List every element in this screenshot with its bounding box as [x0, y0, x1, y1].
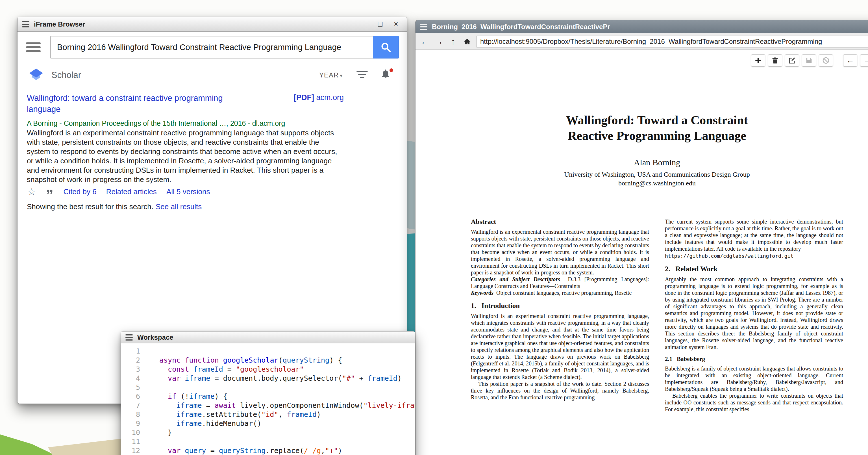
line-number-gutter: 123456789101112	[121, 347, 143, 455]
back-button[interactable]: ←	[418, 35, 431, 48]
chevron-down-icon: ▾	[340, 73, 343, 79]
workspace-titlebar[interactable]: Workspace	[121, 332, 415, 343]
code-line[interactable]	[159, 347, 415, 356]
delete-button[interactable]	[768, 54, 782, 67]
pdf-window-titlebar[interactable]: Borning_2016_WallingfordTowardConstraint…	[415, 20, 868, 33]
add-button[interactable]	[751, 54, 765, 67]
code-line[interactable]	[159, 437, 415, 446]
code-line[interactable]: }	[159, 428, 415, 437]
line-number: 2	[121, 356, 140, 365]
code-line[interactable]: iframe.setAttribute("id", frameId)	[159, 410, 415, 419]
pdf-source: acm.org	[316, 93, 344, 102]
result-title-link[interactable]: Wallingford: toward a constraint reactiv…	[27, 93, 284, 115]
search-button[interactable]	[373, 36, 399, 59]
repo-link[interactable]: https://github.com/cdglabs/wallingford.g…	[665, 253, 843, 260]
pdf-viewer-window: Borning_2016_WallingfordTowardConstraint…	[415, 20, 868, 455]
section-2-1-paragraph: Babelsberg is a family of object constra…	[665, 365, 843, 392]
paper-column-right: The current system supports some simple …	[665, 218, 843, 413]
section-1-heading: 1. Introduction	[471, 302, 649, 309]
paper-affiliation: University of Washington, USA and Commun…	[471, 171, 843, 178]
filter-icon[interactable]	[356, 71, 368, 81]
edit-button[interactable]	[785, 54, 799, 67]
browser-menu-icon[interactable]	[26, 42, 41, 52]
paper-author: Alan Borning	[471, 158, 843, 167]
code-line[interactable]: if (!iframe) {	[159, 392, 415, 401]
code-line[interactable]: var query = queryString.replace(/ /g,"+"…	[159, 446, 415, 455]
scholar-brand: Scholar	[52, 70, 81, 80]
cancel-icon	[822, 57, 830, 64]
forward-button[interactable]: →	[432, 35, 445, 48]
code-line[interactable]: async function googleScholar(queryString…	[159, 356, 415, 365]
keywords-text: Object constraint languages, reactive pr…	[493, 290, 631, 296]
quote-icon	[45, 188, 54, 196]
code-line[interactable]: iframe.hideMenubar()	[159, 419, 415, 428]
home-button[interactable]	[461, 35, 474, 48]
maximize-button[interactable]: □	[374, 19, 386, 29]
workspace-window: Workspace 123456789101112 async function…	[121, 331, 415, 455]
page-back-button[interactable]: ←	[843, 54, 857, 67]
related-articles-link[interactable]: Related articles	[106, 187, 157, 196]
paper-title: Wallingford: Toward a Constraint Reactiv…	[471, 113, 843, 144]
save-icon	[805, 57, 813, 64]
window-menu-icon[interactable]	[22, 21, 29, 27]
section-2-1-heading: 2.1 Babelsberg	[665, 356, 843, 362]
line-number: 10	[121, 428, 140, 437]
cited-by-link[interactable]: Cited by 6	[64, 187, 97, 196]
scholar-cap-icon	[29, 68, 43, 81]
line-number: 11	[121, 437, 140, 446]
see-all-results-link[interactable]: See all results	[156, 202, 202, 211]
code-line[interactable]	[159, 383, 415, 392]
window-menu-icon[interactable]	[125, 334, 133, 340]
scholar-logo-icon[interactable]	[29, 68, 43, 82]
year-filter-label: YEAR	[319, 71, 339, 79]
cite-quote-icon[interactable]	[45, 188, 54, 196]
paper-columns: Abstract Wallingford is an experimental …	[471, 218, 843, 413]
categories-label: Categories and Subject Descriptors	[471, 276, 560, 282]
window-title: Workspace	[137, 333, 174, 341]
keywords-line: Keywords Object constraint languages, re…	[471, 290, 649, 296]
section-2-paragraph: Arguably the most common approach to int…	[665, 276, 843, 351]
up-button[interactable]: ↑	[446, 35, 460, 48]
abstract-paragraph: Wallingford is an experimental constrain…	[471, 229, 649, 276]
section-2-heading: 2. Related Work	[665, 266, 843, 272]
pdf-source-link[interactable]: [PDF] acm.org	[294, 93, 344, 102]
save-button[interactable]	[802, 54, 816, 67]
search-result: Wallingford: toward a constraint reactiv…	[27, 93, 400, 115]
url-input[interactable]	[476, 36, 868, 48]
categories-line: Categories and Subject Descriptors D.3.3…	[471, 276, 649, 290]
window-menu-icon[interactable]	[420, 24, 427, 30]
line-number: 3	[121, 365, 140, 374]
pdf-content: ← → Wallingford: Toward a Constraint Rea…	[415, 50, 868, 455]
browser-navbar: ← → ↑	[415, 33, 868, 50]
line-number: 12	[121, 446, 140, 455]
pdf-toolbar: ← →	[751, 54, 868, 67]
save-star-icon[interactable]: ☆	[27, 187, 36, 196]
code-line[interactable]: var iframe = document.body.querySelector…	[159, 374, 415, 383]
code-area[interactable]: async function googleScholar(queryString…	[143, 347, 415, 455]
toolbar-divider	[836, 54, 840, 67]
section-2-1-paragraph: Babelsberg enables the programmer to wri…	[665, 392, 843, 413]
all-versions-link[interactable]: All 5 versions	[166, 187, 210, 196]
code-editor[interactable]: 123456789101112 async function googleSch…	[121, 343, 415, 455]
result-snippet: Wallingford is an experimental constrain…	[27, 128, 344, 184]
section-1-paragraph: Wallingford is an experimental constrain…	[471, 312, 649, 381]
code-line[interactable]: iframe = await lively.openComponentInWin…	[159, 401, 415, 410]
result-title-line2: language	[27, 104, 284, 115]
paper-title-line1: Wallingford: Toward a Constraint	[471, 113, 843, 128]
search-input[interactable]	[50, 36, 373, 59]
line-number: 4	[121, 374, 140, 383]
close-button[interactable]: ×	[390, 19, 402, 29]
pdf-page: Wallingford: Toward a Constraint Reactiv…	[415, 50, 868, 455]
iframe-browser-titlebar[interactable]: iFrame Browser − □ ×	[18, 17, 407, 32]
code-line[interactable]: const frameId = "googlescholoar"	[159, 365, 415, 374]
year-filter-dropdown[interactable]: YEAR▾	[319, 71, 343, 79]
alerts-bell-button[interactable]	[380, 68, 393, 81]
result-footer: Showing the best result for this search.…	[27, 202, 202, 211]
minimize-button[interactable]: −	[358, 19, 371, 29]
column2-paragraph: The current system supports some simple …	[665, 218, 843, 252]
cancel-button[interactable]	[819, 54, 833, 67]
result-citation: A Borning - Companion Proceedings of the…	[27, 119, 285, 127]
page-forward-button[interactable]: →	[860, 54, 868, 67]
search-bar	[18, 35, 407, 59]
result-title-line1: Wallingford: toward a constraint reactiv…	[27, 93, 284, 104]
